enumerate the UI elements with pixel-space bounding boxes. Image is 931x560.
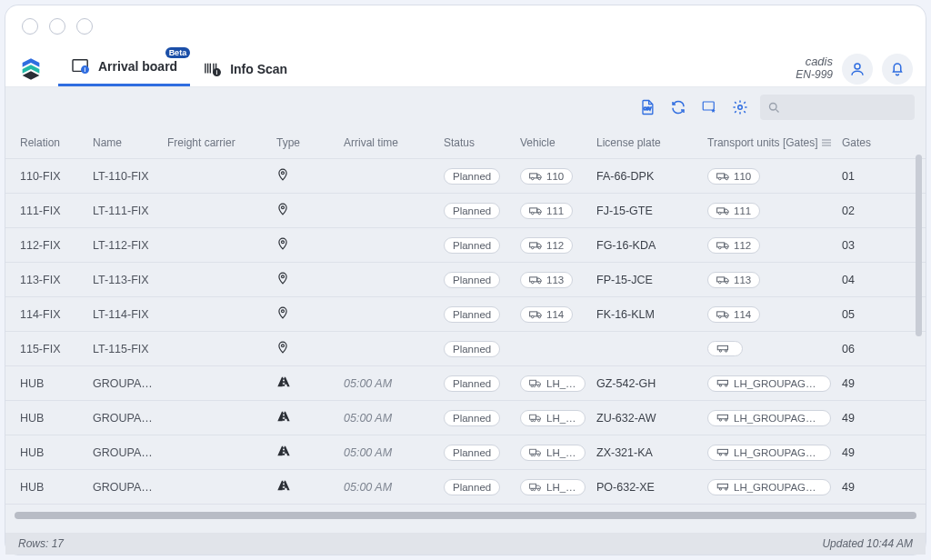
table-row[interactable]: HUBGROUPAGE_IN_05:00 AMPlannedLH_GROUPPO… [5, 470, 926, 505]
svg-point-56 [719, 350, 721, 352]
transport-unit-badge[interactable]: 111 [707, 203, 760, 219]
table-row[interactable]: HUBGROUPAGE_IN_05:00 AMPlannedLH_GROUPZU… [5, 401, 926, 435]
table-row[interactable]: 113-FIXLT-113-FIXPlanned113FP-15-JCE1130… [5, 263, 926, 297]
cell-vehicle: 110 [515, 163, 591, 190]
bell-icon [889, 61, 906, 77]
col-vehicle[interactable]: Vehicle [515, 131, 591, 155]
user-info: cadis EN-999 [796, 55, 833, 82]
cell-transport-unit: LH_GROUPAGE_IN_1_V2 [702, 370, 836, 397]
vehicle-badge[interactable]: 113 [520, 272, 573, 288]
cell-type [271, 335, 338, 363]
vertical-scrollbar[interactable] [916, 155, 922, 336]
vehicle-badge[interactable]: LH_GROUP [520, 375, 586, 392]
svg-point-85 [726, 488, 727, 490]
vehicle-badge[interactable]: LH_GROUP [520, 410, 586, 426]
vehicle-badge[interactable]: 114 [520, 306, 573, 323]
col-status[interactable]: Status [438, 131, 515, 155]
table-row[interactable]: 111-FIXLT-111-FIXPlanned111FJ-15-GTE1110… [5, 194, 926, 228]
col-name[interactable]: Name [87, 131, 162, 155]
cell-vehicle: LH_GROUP [515, 370, 591, 397]
vehicle-badge[interactable]: LH_GROUP [520, 479, 586, 495]
table-header: Relation Name Freight carrier Type Arriv… [5, 127, 926, 159]
table-row[interactable]: 112-FIXLT-112-FIXPlanned112FG-16-KDA1120… [5, 228, 926, 263]
search-input[interactable] [760, 95, 915, 120]
svg-point-13 [738, 105, 743, 110]
refresh-button[interactable] [667, 96, 689, 118]
svg-point-45 [719, 281, 722, 284]
transport-unit-badge[interactable]: LH_GROUPAGE_IN_1_V2 [707, 375, 831, 392]
table-row[interactable]: HUBGROUPAGE_IN_05:00 AMPlannedLH_GROUPGZ… [5, 366, 926, 401]
cell-license-plate: FP-15-JCE [591, 268, 702, 292]
cell-transport-unit: LH_GROUPAGE_IN_3_V2 [702, 439, 836, 466]
table-row[interactable]: 115-FIXLT-115-FIXPlanned06 [5, 332, 926, 366]
svg-point-40 [282, 275, 285, 278]
table-row[interactable]: 110-FIXLT-110-FIXPlanned110FA-66-DPK1100… [5, 159, 926, 194]
cell-status: Planned [438, 232, 515, 259]
transport-unit-badge[interactable]: 113 [707, 272, 760, 288]
cell-freight-carrier [162, 447, 271, 458]
cell-transport-unit: 111 [702, 197, 836, 225]
vehicle-badge[interactable]: 111 [520, 203, 573, 219]
svg-point-66 [531, 419, 533, 421]
svg-rect-76 [717, 449, 727, 453]
cell-freight-carrier [162, 240, 271, 251]
refresh-icon [670, 99, 686, 115]
csv-icon: CSV [638, 98, 656, 116]
favorite-view-button[interactable] [698, 96, 720, 118]
svg-point-61 [538, 385, 540, 386]
cell-relation: 115-FIX [5, 337, 87, 361]
svg-point-64 [726, 385, 727, 386]
updated-time: Updated 10:44 AM [822, 537, 913, 550]
cell-license-plate [591, 344, 702, 355]
horizontal-scrollbar[interactable] [15, 512, 916, 519]
svg-point-52 [719, 315, 722, 318]
svg-point-63 [719, 385, 721, 386]
notifications-button[interactable] [882, 54, 913, 85]
col-license-plate[interactable]: License plate [591, 131, 702, 155]
table-row[interactable]: RFNGROUPAGE_RFI05:00 PMPlannedLH_BIR_01I… [5, 505, 926, 512]
col-arrival-time[interactable]: Arrival time [338, 131, 438, 155]
cell-arrival-time: 05:00 AM [338, 441, 438, 465]
svg-point-74 [534, 454, 536, 455]
table-row[interactable]: HUBGROUPAGE_IN_05:00 AMPlannedLH_GROUPZX… [5, 435, 926, 470]
cell-status: Planned [438, 370, 515, 397]
vehicle-badge[interactable]: 110 [520, 168, 573, 185]
cell-name: GROUPAGE_IN_ [87, 372, 162, 395]
cell-transport-unit: 112 [702, 232, 836, 259]
cell-name: LT-111-FIX [87, 199, 162, 223]
col-gates[interactable]: Gates [836, 131, 884, 155]
transport-unit-badge[interactable]: LH_GROUPAGE_IN_2_V2 [707, 410, 831, 426]
col-type[interactable]: Type [271, 131, 338, 155]
svg-point-53 [726, 315, 728, 318]
transport-unit-badge[interactable]: 112 [707, 237, 760, 254]
cell-transport-unit: LH_GROUPAGE_IN_2_V2 [702, 405, 836, 432]
cell-transport-unit: LH_BIR_01_V2 [702, 508, 836, 513]
user-avatar-button[interactable] [842, 54, 873, 85]
cell-status: Planned [438, 405, 515, 432]
transport-unit-badge[interactable]: LH_GROUPAGE_IN_3_V2 [707, 445, 831, 461]
tab-arrival-board[interactable]: i Arrival board Beta [58, 51, 190, 86]
export-csv-button[interactable]: CSV [636, 96, 658, 118]
cell-status: Planned [438, 439, 515, 466]
gear-icon [732, 99, 748, 115]
svg-point-50 [538, 315, 541, 318]
table-row[interactable]: 114-FIXLT-114-FIXPlanned114FK-16-KLM1140… [5, 297, 926, 332]
svg-rect-58 [530, 380, 536, 385]
transport-unit-badge[interactable]: LH_GROUPAGE_IN_4_V2 [707, 479, 831, 495]
vehicle-badge[interactable]: LH_GROUP [520, 445, 586, 461]
transport-unit-badge[interactable]: 114 [707, 306, 760, 323]
tab-info-scan[interactable]: i Info Scan [190, 54, 300, 86]
col-transport-units[interactable]: Transport units [Gates] [702, 131, 836, 155]
cell-license-plate: FG-16-KDA [591, 234, 702, 257]
cell-arrival-time: 05:00 AM [338, 406, 438, 430]
window-dot [76, 18, 93, 35]
col-relation[interactable]: Relation [5, 131, 87, 155]
cell-type [271, 300, 338, 328]
cell-vehicle: 113 [515, 266, 591, 294]
vehicle-badge[interactable]: 112 [520, 237, 573, 254]
col-freight-carrier[interactable]: Freight carrier [162, 131, 271, 155]
settings-button[interactable] [729, 96, 751, 118]
transport-unit-badge[interactable]: 110 [707, 168, 760, 185]
transport-unit-badge[interactable] [707, 341, 743, 356]
search-icon [767, 101, 781, 115]
